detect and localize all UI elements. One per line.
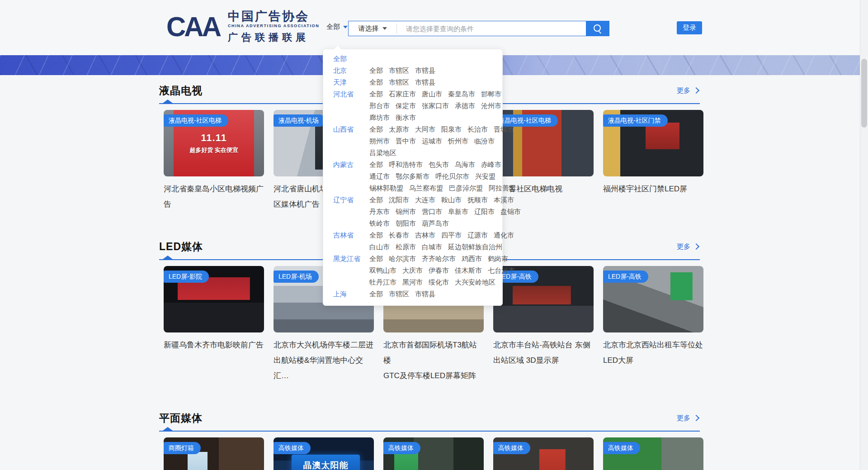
city-link[interactable]: 锡林郭勒盟 (369, 182, 403, 194)
region-filter-trigger[interactable]: 全部 (326, 23, 348, 31)
city-link[interactable]: 保定市 (396, 100, 416, 112)
city-link[interactable]: 廊坊市 (369, 112, 390, 123)
province-link[interactable]: 天津 (333, 76, 369, 88)
city-link[interactable]: 吕梁地区 (369, 147, 396, 159)
city-link[interactable]: 承德市 (455, 100, 475, 112)
scrollbar-thumb[interactable] (861, 59, 867, 128)
city-link[interactable]: 邢台市 (369, 100, 390, 112)
more-button[interactable]: 更多 (677, 242, 700, 251)
city-link[interactable]: 松原市 (396, 241, 416, 253)
city-link[interactable]: 邯郸市 (481, 88, 501, 100)
city-link[interactable]: 鄂尔多斯市 (396, 171, 429, 182)
media-card[interactable]: 11.11超多好货 实在便宜液晶电视-社区电梯河北省秦皇岛小区电梯视频广 告 (164, 110, 264, 212)
province-link[interactable]: 辽宁省 (333, 194, 369, 206)
city-link[interactable]: 葫芦岛市 (422, 218, 449, 229)
city-link[interactable]: 锦州市 (396, 206, 416, 218)
city-link[interactable]: 市辖区 (389, 288, 409, 300)
city-link[interactable]: 呼和浩特市 (389, 159, 423, 171)
city-link[interactable]: 黑河市 (402, 276, 423, 288)
city-link[interactable]: 朔州市 (369, 135, 390, 147)
city-link[interactable]: 鸡西市 (462, 253, 482, 265)
city-link[interactable]: 大同市 (415, 123, 435, 135)
city-link[interactable]: 张家口市 (422, 100, 449, 112)
city-link[interactable]: 营口市 (422, 206, 442, 218)
city-link[interactable]: 七台河市 (488, 265, 515, 276)
city-link[interactable]: 大庆市 (402, 265, 423, 276)
media-card[interactable]: 晶澳太阳能收获更多阳光高铁媒体 (274, 437, 374, 470)
city-link[interactable]: 盘锦市 (500, 206, 521, 218)
city-link[interactable]: 全部 (369, 65, 383, 76)
city-link[interactable]: 辽源市 (467, 229, 488, 241)
page-scrollbar[interactable] (860, 0, 868, 470)
province-link[interactable]: 全部 (333, 53, 369, 65)
media-card[interactable]: LED屏-高铁北京市丰台站-高铁站台 东侧 出站区域 3D显示屏 (493, 266, 594, 384)
province-link[interactable]: 上海 (333, 288, 369, 300)
media-card[interactable]: 高铁媒体 (493, 437, 594, 470)
city-link[interactable]: 衡水市 (396, 112, 416, 123)
city-link[interactable]: 阜新市 (448, 206, 468, 218)
city-link[interactable]: 大兴安岭地区 (455, 276, 495, 288)
city-link[interactable]: 四平市 (441, 229, 462, 241)
city-link[interactable]: 白山市 (369, 241, 390, 253)
city-link[interactable]: 乌兰察布盟 (409, 182, 443, 194)
city-link[interactable]: 哈尔滨市 (389, 253, 416, 265)
search-button[interactable] (586, 21, 609, 36)
media-card[interactable]: LED屏-影院新疆乌鲁木齐市电影映前广告 (164, 266, 264, 384)
city-link[interactable]: 全部 (369, 76, 383, 88)
province-link[interactable]: 河北省 (333, 88, 369, 100)
city-link[interactable]: 兴安盟 (475, 171, 495, 182)
city-link[interactable]: 长治市 (467, 123, 488, 135)
city-link[interactable]: 铁岭市 (369, 218, 390, 229)
province-link[interactable]: 吉林省 (333, 229, 369, 241)
city-link[interactable]: 晋城市 (494, 123, 514, 135)
city-link[interactable]: 石家庄市 (389, 88, 416, 100)
city-link[interactable]: 呼伦贝尔市 (435, 171, 469, 182)
media-card[interactable]: LED屏-高铁北京市北京西站出租车等位处 LED大屏 (603, 266, 703, 384)
city-link[interactable]: 绥化市 (429, 276, 449, 288)
city-link[interactable]: 佳木斯市 (455, 265, 482, 276)
city-link[interactable]: 鹤岗市 (488, 253, 508, 265)
city-link[interactable]: 忻州市 (448, 135, 468, 147)
province-link[interactable]: 山西省 (333, 123, 369, 135)
city-link[interactable]: 全部 (369, 253, 383, 265)
search-category-select[interactable]: 请选择 (349, 21, 396, 36)
city-link[interactable]: 市辖县 (415, 76, 435, 88)
city-link[interactable]: 双鸭山市 (369, 265, 396, 276)
city-link[interactable]: 齐齐哈尔市 (422, 253, 456, 265)
city-link[interactable]: 朝阳市 (396, 218, 416, 229)
city-link[interactable]: 全部 (369, 288, 383, 300)
login-button[interactable]: 登录 (677, 21, 702, 34)
city-link[interactable]: 全部 (369, 123, 383, 135)
city-link[interactable]: 包头市 (429, 159, 449, 171)
city-link[interactable]: 延边朝鲜族自治州 (448, 241, 502, 253)
city-link[interactable]: 乌海市 (455, 159, 475, 171)
city-link[interactable]: 辽阳市 (474, 206, 495, 218)
province-link[interactable]: 黑龙江省 (333, 253, 369, 265)
city-link[interactable]: 市辖区 (389, 65, 409, 76)
city-link[interactable]: 伊春市 (429, 265, 449, 276)
city-link[interactable]: 全部 (369, 229, 383, 241)
city-link[interactable]: 沧州市 (481, 100, 501, 112)
city-link[interactable]: 太原市 (389, 123, 409, 135)
city-link[interactable]: 通化市 (494, 229, 514, 241)
city-link[interactable]: 市辖县 (415, 65, 435, 76)
city-link[interactable]: 赤峰市 (481, 159, 501, 171)
city-link[interactable]: 唐山市 (422, 88, 442, 100)
city-link[interactable]: 鞍山市 (441, 194, 462, 206)
more-button[interactable]: 更多 (677, 414, 700, 423)
city-link[interactable]: 运城市 (422, 135, 442, 147)
city-link[interactable]: 秦皇岛市 (448, 88, 475, 100)
province-link[interactable]: 北京 (333, 65, 369, 76)
city-link[interactable]: 阿拉善盟 (489, 182, 516, 194)
city-link[interactable]: 全部 (369, 88, 383, 100)
city-link[interactable]: 抚顺市 (467, 194, 488, 206)
media-card[interactable]: 液晶电视-社区门禁福州楼宇社区门禁LED屏 (603, 110, 703, 212)
city-link[interactable]: 大连市 (415, 194, 435, 206)
city-link[interactable]: 吉林市 (415, 229, 435, 241)
city-link[interactable]: 沈阳市 (389, 194, 409, 206)
city-link[interactable]: 全部 (369, 159, 383, 171)
city-link[interactable]: 临汾市 (474, 135, 495, 147)
city-link[interactable]: 牡丹江市 (369, 276, 396, 288)
city-link[interactable]: 本溪市 (494, 194, 514, 206)
media-card[interactable]: 高铁媒体 (603, 437, 703, 470)
